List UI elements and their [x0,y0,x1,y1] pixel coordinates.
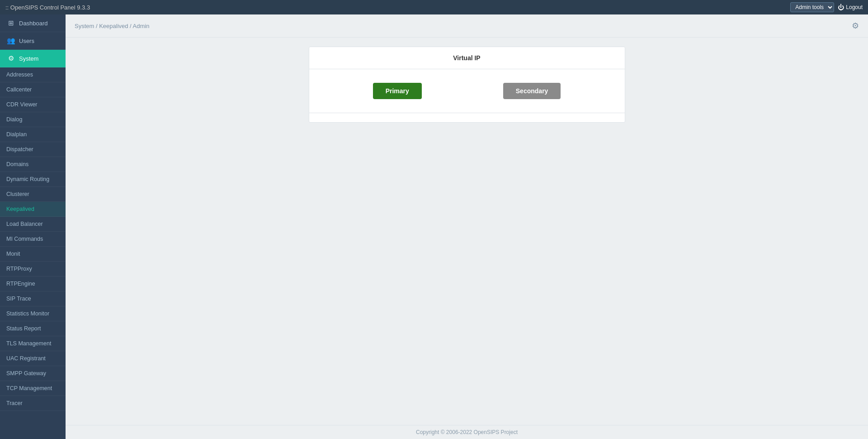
sidebar: ⊞ Dashboard 👥 Users ⚙ System Addresses C… [0,14,66,439]
dashboard-icon: ⊞ [6,19,15,27]
sidebar-item-uac-registrant[interactable]: UAC Registrant [0,351,66,366]
sidebar-item-keepalived[interactable]: Keepalived [0,202,66,217]
sidebar-item-label: Dialog [6,116,22,123]
sidebar-item-label: SMPP Gateway [6,370,46,377]
breadcrumb-bar: System / Keepalived / Admin ⚙ [66,14,868,38]
sidebar-item-label: Addresses [6,72,33,78]
sidebar-item-label: Keepalived [6,206,34,212]
panel-divider [309,113,625,113]
sidebar-item-label: UAC Registrant [6,355,46,362]
sidebar-item-tracer[interactable]: Tracer [0,396,66,411]
sidebar-item-system[interactable]: ⚙ System [0,50,66,67]
panel-area: Virtual IP Primary Secondary [66,38,868,425]
sidebar-item-dialplan[interactable]: Dialplan [0,127,66,142]
sidebar-item-dynamic-routing[interactable]: Dynamic Routing [0,172,66,187]
sidebar-item-callcenter[interactable]: Callcenter [0,82,66,97]
sidebar-item-domains[interactable]: Domains [0,157,66,172]
virtual-ip-title: Virtual IP [309,47,625,69]
sidebar-item-statistics-monitor[interactable]: Statistics Monitor [0,306,66,321]
sidebar-item-rtpproxy[interactable]: RTPProxy [0,262,66,277]
topbar-right: Admin tools ⏻ Logout [790,2,863,12]
logout-button[interactable]: ⏻ Logout [838,4,863,11]
sidebar-item-label: Dispatcher [6,146,33,153]
sidebar-item-label: Callcenter [6,86,32,93]
sidebar-item-label: TCP Management [6,385,52,391]
sidebar-item-monit[interactable]: Monit [0,247,66,262]
sidebar-item-label: Dynamic Routing [6,176,49,182]
sidebar-item-label: Load Balancer [6,221,43,227]
breadcrumb: System / Keepalived / Admin [75,23,149,29]
sidebar-item-label: Status Report [6,325,41,332]
sidebar-item-clusterer[interactable]: Clusterer [0,187,66,202]
sidebar-item-users[interactable]: 👥 Users [0,32,66,50]
sidebar-item-tcp-management[interactable]: TCP Management [0,381,66,396]
sidebar-item-dashboard[interactable]: ⊞ Dashboard [0,14,66,32]
users-icon: 👥 [6,37,15,45]
sidebar-item-sip-trace[interactable]: SIP Trace [0,291,66,306]
logout-label: Logout [846,4,863,10]
footer-text: Copyright © 2006-2022 OpenSIPS Project [416,429,518,435]
primary-button[interactable]: Primary [373,83,422,99]
app-title: :: OpenSIPS Control Panel 9.3.3 [5,4,90,11]
sidebar-section-main: ⊞ Dashboard 👥 Users ⚙ System Addresses C… [0,14,66,411]
sidebar-item-status-report[interactable]: Status Report [0,321,66,336]
system-icon: ⚙ [6,54,15,62]
sidebar-item-label: SIP Trace [6,296,31,302]
sidebar-item-label: TLS Management [6,340,51,347]
sidebar-item-label: Tracer [6,400,23,406]
sidebar-item-label: Clusterer [6,191,29,197]
footer: Copyright © 2006-2022 OpenSIPS Project [66,425,868,439]
sidebar-item-addresses[interactable]: Addresses [0,67,66,82]
sidebar-item-dialog[interactable]: Dialog [0,112,66,127]
sidebar-item-tls-management[interactable]: TLS Management [0,336,66,351]
sidebar-item-rtpengine[interactable]: RTPEngine [0,277,66,291]
sidebar-item-label: Statistics Monitor [6,310,49,317]
sidebar-item-mi-commands[interactable]: MI Commands [0,232,66,247]
topbar: :: OpenSIPS Control Panel 9.3.3 Admin to… [0,0,868,14]
sidebar-item-label: RTPEngine [6,281,35,287]
sidebar-item-label: System [19,55,38,62]
sidebar-item-label: Users [19,38,34,44]
sidebar-item-smpp-gateway[interactable]: SMPP Gateway [0,366,66,381]
sidebar-item-dispatcher[interactable]: Dispatcher [0,142,66,157]
sidebar-item-label: Domains [6,161,28,167]
gear-icon: ⚙ [852,21,859,30]
virtual-ip-buttons: Primary Secondary [309,78,625,104]
sidebar-item-load-balancer[interactable]: Load Balancer [0,217,66,232]
settings-gear-button[interactable]: ⚙ [852,21,859,31]
admin-tools-select[interactable]: Admin tools [790,2,834,12]
sidebar-item-cdr-viewer[interactable]: CDR Viewer [0,97,66,112]
sidebar-item-label: Dialplan [6,131,27,138]
sidebar-item-label: Dashboard [19,20,48,27]
sidebar-item-label: MI Commands [6,236,43,242]
virtual-ip-panel: Virtual IP Primary Secondary [309,47,625,123]
sidebar-item-label: Monit [6,251,20,257]
content-area: System / Keepalived / Admin ⚙ Virtual IP… [66,14,868,439]
secondary-button[interactable]: Secondary [503,83,561,99]
sidebar-item-label: CDR Viewer [6,101,38,108]
main-layout: ⊞ Dashboard 👥 Users ⚙ System Addresses C… [0,14,868,439]
sidebar-item-label: RTPProxy [6,266,32,272]
logout-icon: ⏻ [838,4,844,11]
